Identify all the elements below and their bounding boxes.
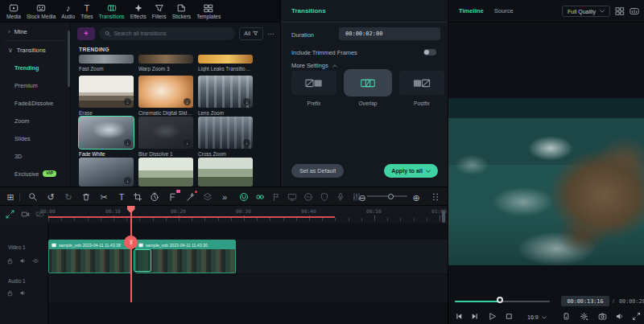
play-button[interactable] [488,312,497,321]
more-tools-chevrons[interactable]: » [219,191,230,203]
next-frame-button[interactable] [470,312,479,321]
mute-speaker-icon[interactable] [19,289,27,297]
fullscreen-icon[interactable] [632,312,641,321]
nav-tab-titles[interactable]: T Titles [80,3,93,19]
properties-tab-transitions[interactable]: Transitions [291,7,326,14]
ai-search-button[interactable] [77,27,95,40]
sidebar-group-mine[interactable]: › Mine [0,23,70,40]
transition-card[interactable]: ↓ Blur Dissolve 1 [138,117,193,157]
sidebar-item-zoom[interactable]: Zoom [0,112,70,129]
layout-grid-icon[interactable] [615,6,625,16]
lock-icon[interactable] [6,257,14,265]
transition-card[interactable] [138,158,193,187]
transition-card[interactable] [198,158,253,187]
link-clips-icon[interactable] [254,191,266,203]
nav-tab-filters[interactable]: Filters [152,3,167,19]
tab-source[interactable]: Source [494,7,514,14]
more-settings[interactable]: More Settings [291,62,337,69]
scope-icon[interactable] [630,6,639,16]
duration-input[interactable]: 00:00:02:00 [339,27,440,40]
delete-trash-icon[interactable] [80,191,92,203]
applied-transition-clip[interactable] [134,249,151,272]
nav-tab-templates[interactable]: Templates [196,3,221,19]
transition-card[interactable]: ↓ Cinematic Digital Slide... [138,76,193,116]
mode-overlap[interactable]: Overlap [345,71,391,106]
eye-icon[interactable] [32,257,39,265]
undo-icon[interactable]: ↺ [45,191,56,203]
sidebar-scrollbar[interactable] [68,31,70,87]
sidebar-item-premium[interactable]: Premium [0,76,70,94]
tab-timeline[interactable]: Timeline [459,7,484,14]
track-height-icon[interactable] [430,191,441,203]
mute-speaker-icon[interactable] [19,257,27,265]
sidebar-item-3d[interactable]: 3D [0,147,70,165]
transition-card[interactable]: Light Leaks Transition ... [198,55,253,72]
fit-timeline-icon[interactable] [6,210,14,219]
timeline-clip-1[interactable]: sample_vob 2023-04-11 11.43.38 [48,240,132,273]
split-scissors-icon[interactable]: ✂ [98,191,109,203]
volume-speaker-icon[interactable] [615,312,624,321]
speed-clock-icon[interactable] [149,191,160,203]
search-input-wrap[interactable] [99,27,235,40]
quality-dropdown[interactable]: Full Quality [562,6,610,17]
set-as-default-button[interactable]: Set as Default [291,164,344,178]
sidebar-item-slides[interactable]: Slides [0,129,70,147]
trimmed-frames-toggle[interactable] [423,49,436,55]
voiceover-mic-icon[interactable] [335,191,346,203]
nav-tab-stock-media[interactable]: Stock Media [27,3,56,19]
nav-tab-stickers[interactable]: Stickers [172,3,191,19]
zoom-select-tool-icon[interactable] [27,191,39,203]
sidebar-group-transitions[interactable]: ∨ Transitions [0,41,70,59]
sidebar-item-trending[interactable]: Trending [0,59,70,76]
nav-tab-media[interactable]: Media [6,3,21,19]
text-tool-icon[interactable]: T [116,191,127,203]
timeline-vertical-scrollbar[interactable] [442,211,445,223]
zoom-slider-handle[interactable] [388,194,394,199]
transition-card[interactable]: ↓ Cross Zoom [198,117,253,157]
mark-icon[interactable] [562,312,571,321]
denoise-icon[interactable] [303,191,314,203]
snapshot-camera-icon[interactable] [598,312,607,321]
previous-frame-button[interactable] [455,312,464,321]
mode-postfix[interactable]: Postfix [398,71,445,106]
nav-tab-audio[interactable]: ♪ Audio [61,3,75,19]
media-bin-grid-icon[interactable]: ⊞ [5,191,16,203]
snap-magnet-icon[interactable] [238,191,250,203]
playhead-line[interactable] [130,207,132,302]
smart-cut-icon[interactable] [167,191,179,203]
marker-flag-icon[interactable] [270,191,282,203]
search-input[interactable] [114,31,229,36]
transition-card[interactable]: Fast Zoom [79,55,134,72]
progress-handle[interactable] [497,297,503,303]
library-more-button[interactable]: ⋯ [267,30,275,38]
lock-icon[interactable] [6,289,14,297]
transition-card-selected[interactable]: ↓ Fade White [79,117,134,157]
current-timecode[interactable]: 00:00:13:16 [561,296,609,306]
transition-card[interactable]: ↓ [79,158,134,187]
nav-tab-effects[interactable]: Effects [130,3,147,19]
sidebar-item-fade-dissolve[interactable]: Fade&Dissolve [0,94,70,112]
aspect-ratio-dropdown[interactable]: 16:9 [527,312,547,322]
camera-track-icon[interactable] [21,210,30,219]
mode-prefix[interactable]: Prefix [291,71,337,106]
stop-button[interactable] [505,312,514,321]
timeline-zoom-slider[interactable] [367,195,407,197]
filter-all-button[interactable]: All [239,27,263,40]
playback-settings-gear-icon[interactable] [580,312,588,321]
split-playhead-scissors-badge[interactable]: ✂ [124,236,138,249]
layers-icon[interactable] [202,191,213,203]
audio-track-lane[interactable] [48,275,448,302]
timeline-zoom-out-icon[interactable]: ⊖ [357,192,368,203]
sidebar-item-exclusive[interactable]: Exclusive VIP [0,165,70,183]
crop-icon[interactable] [132,191,143,203]
ai-tools-wand-icon[interactable] [185,191,196,203]
nav-tab-transitions[interactable]: Transitions [99,3,125,19]
screen-record-icon[interactable] [287,191,298,203]
mask-shield-icon[interactable] [319,191,330,203]
transition-card[interactable]: ↓ Erase [79,76,134,116]
transition-card[interactable]: Warp Zoom 3 [138,55,193,72]
redo-icon[interactable]: ↻ [63,191,74,203]
video-preview[interactable] [448,98,644,265]
timeline-zoom-in-icon[interactable]: ⊕ [411,192,422,203]
apply-to-all-button[interactable]: Apply to all [384,164,438,178]
